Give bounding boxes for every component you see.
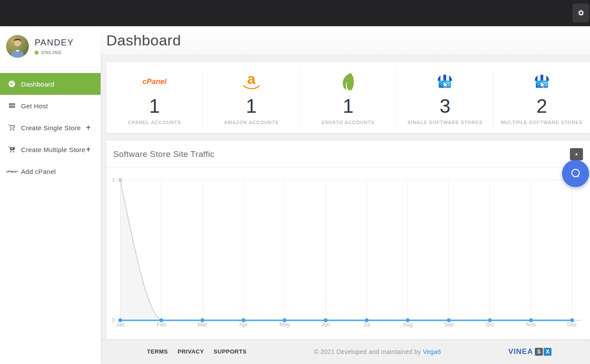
user-status: ONLINE bbox=[41, 50, 62, 55]
supports-link[interactable]: SUPPORTS bbox=[213, 348, 247, 355]
stat-card-cpanel: cPanel 1 CPANEL ACCOUNTS bbox=[106, 67, 202, 128]
app-window: PANDEY ONLINE bbox=[0, 0, 590, 364]
x-tick-label: Oct bbox=[485, 322, 494, 328]
terms-link[interactable]: TERMS bbox=[147, 348, 168, 355]
x-tick-label: Jun bbox=[321, 322, 330, 328]
sidebar-item-create-single-store[interactable]: Create Single Store + bbox=[0, 117, 101, 139]
y-tick-label: 1 bbox=[112, 177, 115, 183]
expand-plus-icon[interactable]: + bbox=[86, 145, 94, 155]
cart-plus-icon bbox=[7, 146, 17, 153]
sidebar-item-dashboard[interactable]: Dashboard bbox=[0, 73, 101, 95]
user-panel: PANDEY ONLINE bbox=[0, 26, 101, 68]
cart-icon bbox=[7, 124, 17, 132]
x-tick-label: Sep bbox=[444, 322, 454, 328]
sidebar: PANDEY ONLINE bbox=[0, 26, 101, 364]
stat-value: 1 bbox=[149, 97, 160, 116]
stat-label: SINGLE SOFTWARE STORES bbox=[407, 120, 482, 125]
stat-card-single-stores: 3 SINGLE SOFTWARE STORES bbox=[396, 67, 493, 128]
logo-box-s: S bbox=[535, 348, 543, 356]
traffic-chart-panel: Software Store Site Traffic ▲ JanFebMarA… bbox=[106, 141, 590, 339]
stat-value: 3 bbox=[440, 97, 450, 116]
x-tick-label: May bbox=[279, 322, 290, 328]
footer-links: TERMS PRIVACY SUPPORTS bbox=[147, 348, 247, 355]
vineasx-logo: VINEA S X bbox=[508, 347, 552, 356]
sidebar-item-create-multiple-store[interactable]: Create Multiple Store + bbox=[0, 139, 101, 160]
sidebar-item-label: Create Single Store bbox=[21, 124, 86, 132]
privacy-link[interactable]: PRIVACY bbox=[178, 348, 204, 355]
stats-cards-panel: cPanel 1 CPANEL ACCOUNTS a bbox=[106, 62, 590, 133]
cpanel-mini-icon: cPanel bbox=[7, 170, 17, 173]
amazon-logo-icon: a bbox=[242, 70, 261, 93]
stat-value: 1 bbox=[246, 97, 256, 116]
stat-card-amazon: a 1 AMAZON ACCOUNTS bbox=[202, 67, 299, 128]
sidebar-item-get-host[interactable]: Get Host bbox=[0, 95, 101, 117]
vendor-link[interactable]: Vega6 bbox=[423, 348, 441, 355]
main-area: Dashboard cPanel 1 CPANEL ACCOUNTS a bbox=[101, 26, 590, 364]
x-tick-label: Aug bbox=[403, 322, 412, 328]
collapse-icon: ▲ bbox=[575, 152, 579, 156]
traffic-line-chart: JanFebMarAprMayJunJulAugSepOctNovDec01 bbox=[106, 168, 590, 339]
stat-label: CPANEL ACCOUNTS bbox=[128, 120, 181, 125]
store-icon bbox=[533, 70, 551, 93]
content-area: cPanel 1 CPANEL ACCOUNTS a bbox=[101, 55, 590, 339]
x-tick-label: Apr bbox=[239, 322, 248, 328]
x-tick-label: Feb bbox=[157, 322, 166, 328]
user-name: PANDEY bbox=[35, 38, 74, 48]
cpanel-logo-icon: cPanel bbox=[143, 70, 167, 93]
logo-box-x: X bbox=[544, 348, 552, 356]
avatar bbox=[6, 35, 29, 58]
chart-header: Software Store Site Traffic ▲ bbox=[106, 141, 590, 168]
server-icon bbox=[7, 102, 17, 110]
chat-bubble-icon bbox=[569, 167, 582, 180]
chat-button[interactable] bbox=[562, 160, 589, 187]
store-icon bbox=[436, 70, 454, 93]
x-tick-label: Nov bbox=[526, 322, 536, 328]
stat-value: 2 bbox=[537, 97, 547, 116]
expand-plus-icon[interactable]: + bbox=[86, 123, 94, 133]
settings-button[interactable] bbox=[573, 3, 589, 22]
page-header: Dashboard bbox=[101, 26, 590, 55]
footer: TERMS PRIVACY SUPPORTS © 2021 Developed … bbox=[101, 339, 590, 364]
data-point bbox=[119, 178, 122, 182]
sidebar-item-label: Create Multiple Store bbox=[21, 146, 86, 153]
copyright-prefix: © 2021 Developed and maintained by bbox=[314, 348, 423, 355]
topbar bbox=[0, 0, 590, 26]
sidebar-item-label: Add cPanel bbox=[21, 168, 94, 175]
x-tick-label: Jan bbox=[116, 322, 125, 328]
stat-label: ENVATO ACCOUNTS bbox=[322, 120, 375, 125]
gear-icon bbox=[577, 9, 585, 17]
stat-label: AMAZON ACCOUNTS bbox=[224, 120, 279, 125]
stat-card-multiple-stores: 2 MULTIPLE SOFTWARE STORES bbox=[493, 67, 590, 128]
series-fill bbox=[120, 180, 572, 320]
stat-value: 1 bbox=[343, 97, 353, 116]
copyright-text: © 2021 Developed and maintained by Vega6 bbox=[247, 348, 508, 355]
collapse-button[interactable]: ▲ bbox=[570, 148, 583, 160]
sidebar-item-label: Get Host bbox=[21, 102, 94, 110]
chart-body: JanFebMarAprMayJunJulAugSepOctNovDec01 bbox=[106, 168, 590, 339]
sidebar-item-add-cpanel[interactable]: cPanel Add cPanel bbox=[0, 160, 101, 182]
chart-title: Software Store Site Traffic bbox=[113, 149, 570, 159]
online-dot bbox=[35, 51, 38, 55]
y-tick-label: 0 bbox=[112, 317, 115, 323]
sidebar-menu: Dashboard Get Host bbox=[0, 73, 101, 182]
stat-card-envato: 1 ENVATO ACCOUNTS bbox=[300, 67, 396, 128]
logo-text: VINEA bbox=[508, 347, 533, 356]
page-title: Dashboard bbox=[106, 32, 181, 49]
dashboard-gauge-icon bbox=[7, 80, 17, 88]
x-tick-label: Jul bbox=[363, 322, 370, 328]
x-tick-label: Mar bbox=[198, 322, 207, 328]
x-tick-label: Dec bbox=[567, 322, 577, 328]
stat-label: MULTIPLE SOFTWARE STORES bbox=[501, 120, 583, 125]
envato-leaf-icon bbox=[340, 70, 356, 93]
sidebar-item-label: Dashboard bbox=[21, 80, 94, 88]
series-line bbox=[120, 180, 572, 320]
